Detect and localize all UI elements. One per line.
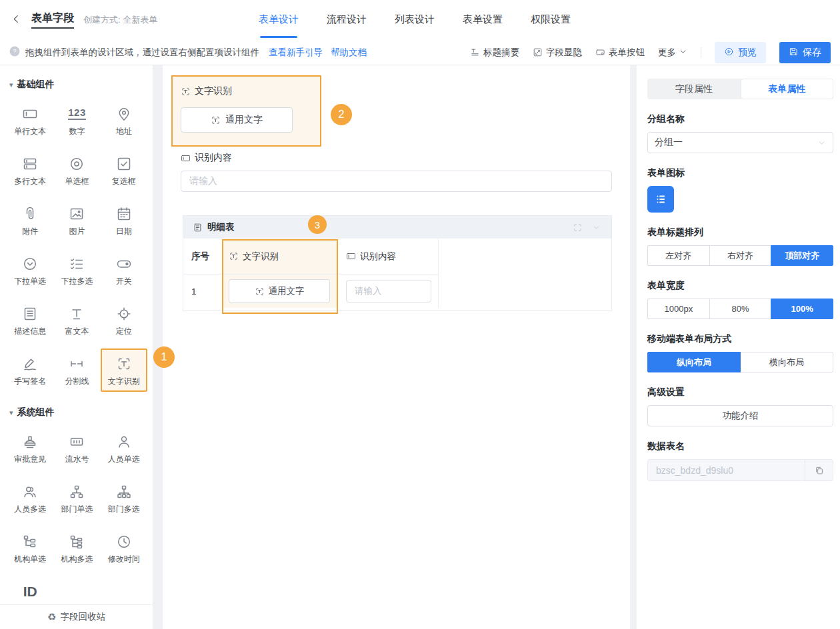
panel-tab[interactable]: 字段属性 — [647, 79, 741, 99]
component-item-locate[interactable]: 定位 — [101, 299, 147, 342]
component-item-address[interactable]: 地址 — [101, 99, 147, 142]
rich-text-icon — [69, 305, 85, 322]
segment-option[interactable]: 纵向布局 — [647, 352, 741, 372]
sidebar-section-title[interactable]: ▾系统组件 — [0, 393, 153, 421]
ocr-field-card[interactable]: 文字识别 通用文字 — [171, 75, 321, 147]
component-item-description[interactable]: 描述信息 — [7, 299, 53, 342]
component-item-checkbox[interactable]: 复选框 — [101, 149, 147, 192]
row-index: 1 — [183, 275, 222, 308]
toolbar-action-form-button[interactable]: 表单按钮 — [595, 47, 645, 59]
form-design-canvas[interactable]: 文字识别 通用文字 识别内容 请输入 明细表 — [163, 65, 630, 629]
org-multi-icon — [69, 532, 85, 550]
component-item-rich-text[interactable]: 富文本 — [53, 299, 100, 342]
detail-table-head-row: 序号 文字识别 识别内容 — [183, 239, 611, 275]
general-text-button[interactable]: 通用文字 — [181, 107, 293, 133]
row-general-text-button[interactable]: 通用文字 — [229, 279, 330, 303]
header-tab[interactable]: 流程设计 — [327, 0, 367, 40]
person-single-icon — [116, 432, 132, 450]
feature-intro-button[interactable]: 功能介绍 — [647, 405, 833, 426]
toolbar-link[interactable]: 查看新手引导 — [269, 47, 323, 59]
panel-tab[interactable]: 表单属性 — [741, 79, 834, 99]
column-header-empty — [439, 239, 611, 275]
chevron-down-icon — [679, 47, 687, 58]
save-button[interactable]: 保存 — [779, 42, 831, 63]
component-item-serial-number[interactable]: 流水号 — [53, 426, 100, 470]
segment-option[interactable]: 横向布局 — [740, 352, 833, 372]
segment-option[interactable]: 顶部对齐 — [771, 245, 833, 266]
component-item-signature[interactable]: 手写签名 — [7, 348, 53, 392]
signature-icon — [22, 354, 38, 372]
component-item-label: 部门多选 — [108, 504, 140, 515]
content-field-label-row: 识别内容 — [181, 152, 232, 164]
ocr-field-label: 文字识别 — [195, 85, 232, 97]
component-item-attachment[interactable]: 附件 — [7, 199, 53, 242]
single-line-text-icon — [22, 105, 38, 123]
collapse-chevron-icon[interactable] — [592, 223, 601, 232]
list-icon — [653, 192, 668, 207]
component-item-number[interactable]: 123数字 — [53, 99, 100, 142]
component-item-dropdown-single[interactable]: 下拉单选 — [7, 249, 53, 292]
header-tab[interactable]: 权限设置 — [531, 0, 571, 40]
component-item-label: 手写签名 — [14, 376, 46, 387]
group-name-label: 分组名称 — [647, 113, 833, 125]
component-item-multi-line-text[interactable]: 多行文本 — [7, 149, 53, 192]
content-field-input[interactable]: 请输入 — [181, 171, 612, 192]
fullscreen-icon[interactable] — [573, 223, 583, 233]
component-item-image[interactable]: 图片 — [53, 199, 100, 242]
input-field-icon — [346, 251, 356, 261]
person-multi-icon — [22, 482, 38, 500]
field-recycle-bin-button[interactable]: ♻ 字段回收站 — [0, 604, 153, 629]
toolbar-tip: 拖拽组件到表单的设计区域，通过设置右侧配置项设计组件 — [25, 47, 259, 59]
column-header-ocr[interactable]: 文字识别 — [222, 239, 338, 275]
group-name-select[interactable]: 分组一 — [647, 132, 833, 153]
component-item-approval[interactable]: 审批意见 — [7, 426, 53, 470]
toolbar-action-title-abstract[interactable]: 标题摘要 — [470, 47, 519, 59]
serial-number-icon — [69, 432, 85, 450]
creation-mode-label: 创建方式: 全新表单 — [83, 14, 157, 26]
header-tab[interactable]: 列表设计 — [395, 0, 435, 40]
form-button-icon — [595, 47, 605, 57]
component-item-ocr[interactable]: 文字识别 — [101, 348, 147, 392]
component-item-modified-time[interactable]: 修改时间 — [101, 526, 147, 570]
segment-option[interactable]: 1000px — [647, 299, 710, 319]
component-item-person-multi[interactable]: 人员多选 — [7, 476, 53, 520]
segment-option[interactable]: 80% — [709, 299, 772, 319]
component-item-dropdown-multi[interactable]: 下拉多选 — [53, 249, 100, 292]
sidebar-section-title[interactable]: ▾基础组件 — [0, 65, 153, 93]
toolbar-link[interactable]: 帮助文档 — [331, 47, 367, 59]
component-item-label: 机构单选 — [14, 554, 46, 565]
component-item-switch[interactable]: 开关 — [101, 249, 147, 292]
segment-option[interactable]: 右对齐 — [709, 245, 772, 266]
date-icon — [116, 205, 132, 223]
header-tab[interactable]: 表单设计 — [259, 0, 299, 40]
form-title[interactable]: 表单字段 — [31, 11, 74, 29]
component-item-divider[interactable]: 分割线 — [53, 348, 100, 392]
segment-option[interactable]: 左对齐 — [647, 245, 710, 266]
back-button[interactable] — [11, 13, 22, 27]
copy-button[interactable] — [805, 460, 833, 480]
preview-button[interactable]: 预览 — [715, 42, 766, 63]
column-header-content[interactable]: 识别内容 — [338, 239, 439, 275]
component-item-single-line-text[interactable]: 单行文本 — [7, 99, 53, 142]
component-item-person-single[interactable]: 人员单选 — [101, 426, 147, 470]
component-item-label: 修改时间 — [108, 554, 140, 565]
component-item-radio[interactable]: 单选框 — [53, 149, 100, 192]
component-item-dept-single[interactable]: 部门单选 — [53, 476, 100, 520]
more-button[interactable]: 更多 — [658, 47, 687, 59]
row-content-input[interactable]: 请输入 — [346, 280, 431, 303]
header-tab[interactable]: 表单设置 — [463, 0, 503, 40]
data-table-name-value: bzsc_bdzd_d9slu0 — [648, 460, 805, 480]
form-icon-button[interactable] — [647, 186, 674, 213]
component-item-org-multi[interactable]: 机构多选 — [53, 526, 100, 570]
save-icon — [789, 47, 799, 59]
segment-option[interactable]: 100% — [771, 299, 833, 319]
caret-down-icon: ▾ — [9, 408, 13, 417]
component-item-dept-multi[interactable]: 部门多选 — [101, 476, 147, 520]
component-item-label: 流水号 — [65, 454, 89, 465]
detail-table-card[interactable]: 明细表 序号 文字识别 识别内容 1 — [183, 215, 612, 311]
component-item-date[interactable]: 日期 — [101, 199, 147, 242]
ocr-icon — [229, 251, 239, 261]
toolbar-action-field-visibility[interactable]: 字段显隐 — [533, 47, 582, 59]
address-icon — [116, 105, 132, 123]
component-item-org-single[interactable]: 机构单选 — [7, 526, 53, 570]
